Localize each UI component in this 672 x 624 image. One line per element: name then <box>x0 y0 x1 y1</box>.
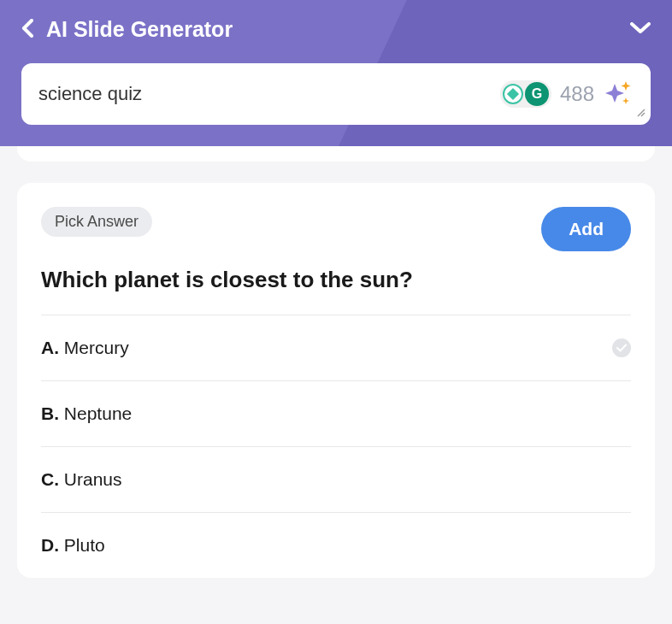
option-text: A. Mercury <box>41 338 129 358</box>
option-label: Pluto <box>64 535 105 555</box>
back-icon[interactable] <box>21 19 33 41</box>
content-area: Pick Answer Add Which planet is closest … <box>0 146 672 578</box>
option-letter: D. <box>41 535 64 555</box>
character-counter: 488 <box>560 82 594 106</box>
option-text: B. Neptune <box>41 403 132 424</box>
options-list: A. MercuryB. NeptuneC. UranusD. Pluto <box>17 315 655 578</box>
question-type-badge: Pick Answer <box>41 207 152 237</box>
quiz-card: Pick Answer Add Which planet is closest … <box>17 183 655 578</box>
option-text: C. Uranus <box>41 469 122 490</box>
option-text: D. Pluto <box>41 535 105 556</box>
previous-card-peek <box>17 146 655 162</box>
grammarly-badge[interactable]: G <box>500 80 551 108</box>
svg-line-0 <box>638 109 645 116</box>
check-icon <box>612 338 631 357</box>
option-row[interactable]: A. Mercury <box>41 315 631 380</box>
sparkle-icon[interactable] <box>603 79 634 109</box>
page-title: AI Slide Generator <box>46 17 233 42</box>
option-label: Mercury <box>64 338 129 357</box>
option-row[interactable]: B. Neptune <box>41 380 631 446</box>
option-label: Uranus <box>64 469 122 489</box>
header: AI Slide Generator G 488 <box>0 0 672 146</box>
option-letter: B. <box>41 403 64 423</box>
grammarly-icon: G <box>525 82 549 106</box>
add-button[interactable]: Add <box>541 207 631 251</box>
svg-line-1 <box>641 113 645 116</box>
diamond-icon <box>503 84 523 104</box>
chevron-down-icon[interactable] <box>630 22 651 38</box>
search-bar: G 488 <box>21 63 651 125</box>
option-row[interactable]: D. Pluto <box>41 512 631 578</box>
option-row[interactable]: C. Uranus <box>41 446 631 512</box>
search-input[interactable] <box>38 83 500 105</box>
option-letter: A. <box>41 338 64 357</box>
question-text: Which planet is closest to the sun? <box>41 267 631 293</box>
resize-handle-icon[interactable] <box>636 108 646 121</box>
option-letter: C. <box>41 469 64 489</box>
option-label: Neptune <box>64 403 132 423</box>
